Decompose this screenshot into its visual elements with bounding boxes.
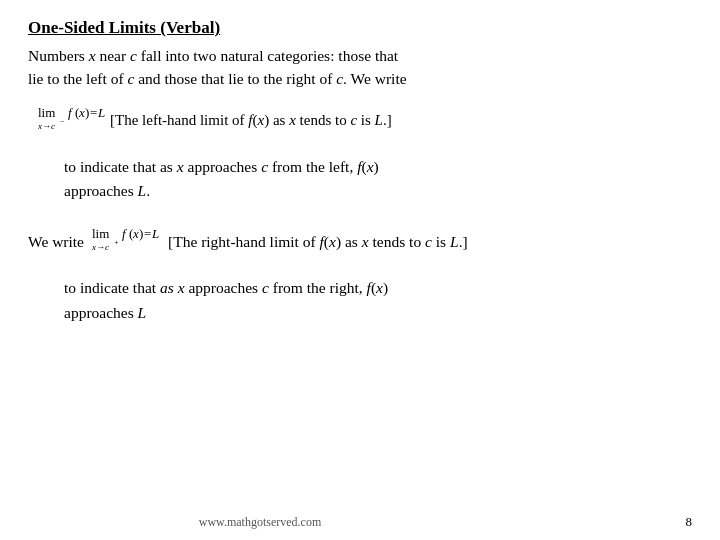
svg-text:f: f <box>122 226 128 241</box>
right-indicate-line1: to indicate that as x approaches c from … <box>64 276 692 301</box>
svg-text:): ) <box>85 105 89 120</box>
footer-page-number: 8 <box>686 514 693 530</box>
left-bracket-text: [The left-hand limit of f(x) as x tends … <box>110 109 392 132</box>
svg-text:=: = <box>90 105 97 120</box>
right-bracket-text: [The right-hand limit of f(x) as x tends… <box>168 230 468 255</box>
svg-text:x→c: x→c <box>38 121 55 131</box>
svg-text:⁺: ⁺ <box>114 239 119 249</box>
slide-content: One-Sided Limits (Verbal) Numbers x near… <box>0 0 720 540</box>
svg-text:x: x <box>132 226 139 241</box>
intro-line1: Numbers x near c fall into two natural c… <box>28 47 398 64</box>
we-write-label: We write <box>28 230 84 255</box>
left-indicate-line2: approaches L. <box>64 179 692 204</box>
svg-text:f: f <box>68 105 74 120</box>
left-indicate-block: to indicate that as x approaches c from … <box>64 155 692 205</box>
svg-text:L: L <box>151 226 159 241</box>
right-indicate-line2: approaches L <box>64 301 692 326</box>
svg-text:L: L <box>97 105 105 120</box>
svg-text:=: = <box>144 226 151 241</box>
svg-text:x→c: x→c <box>92 242 109 252</box>
left-limit-formula: lim x→c ⁻ f ( x ) = L <box>38 101 110 141</box>
svg-text:lim: lim <box>92 226 109 241</box>
svg-text:x: x <box>78 105 85 120</box>
intro-line2: lie to the left of c and those that lie … <box>28 70 407 87</box>
footer: www.mathgotserved.com <box>0 515 720 530</box>
right-limit-row: We write lim x→c ⁺ f ( x ) = L [The righ… <box>28 222 692 262</box>
slide-title: One-Sided Limits (Verbal) <box>28 18 692 38</box>
right-indicate-block: to indicate that as x approaches c from … <box>64 276 692 326</box>
left-limit-block: lim x→c ⁻ f ( x ) = L [The left-hand lim… <box>38 101 692 141</box>
left-indicate-line1: to indicate that as x approaches c from … <box>64 155 692 180</box>
right-limit-formula: lim x→c ⁺ f ( x ) = L <box>92 222 164 262</box>
footer-url: www.mathgotserved.com <box>199 515 322 530</box>
svg-text:lim: lim <box>38 105 55 120</box>
svg-text:⁻: ⁻ <box>60 118 65 128</box>
svg-text:): ) <box>139 226 143 241</box>
intro-paragraph: Numbers x near c fall into two natural c… <box>28 44 692 91</box>
